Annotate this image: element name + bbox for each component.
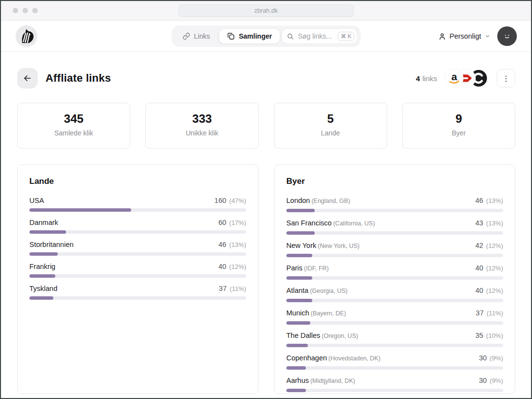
row-value: 46 <box>218 241 228 248</box>
progress-fill <box>286 389 306 392</box>
progress-fill <box>286 344 308 347</box>
breakdown-row: Frankrig 40 (12%) <box>29 262 246 278</box>
progress-track <box>29 296 246 300</box>
row-value: 160 <box>214 197 228 204</box>
row-percent: (11%) <box>230 285 246 292</box>
links-count: 4 <box>416 74 420 83</box>
row-label: Munich <box>286 309 309 317</box>
stat-card: 5 Lande <box>274 103 387 149</box>
row-percent: (12%) <box>486 242 503 249</box>
search-input[interactable]: Søg links... ⌘ K <box>281 28 358 44</box>
stat-card: 333 Unikke klik <box>145 103 258 149</box>
stat-value: 345 <box>18 112 130 126</box>
row-region: (California, US) <box>333 220 375 227</box>
window-controls <box>13 8 38 13</box>
progress-fill <box>286 366 306 370</box>
page-title: Affliate links <box>46 72 111 85</box>
progress-track <box>286 276 503 280</box>
row-value: 42 <box>475 242 485 249</box>
breakdown-row: Munich(Bayern, DE) 37 (11%) <box>286 308 503 325</box>
row-value: 43 <box>475 219 485 227</box>
stats-row: 345 Samlede klik 333 Unikke klik 5 Lande… <box>17 103 515 149</box>
more-options-button[interactable]: ⋮ <box>497 69 515 88</box>
main-nav: Links Samlinger Søg links... <box>171 25 360 47</box>
row-value: 30 <box>479 377 488 384</box>
tab-links[interactable]: Links <box>174 28 218 44</box>
progress-fill <box>286 209 315 212</box>
progress-track <box>29 252 246 256</box>
row-value: 40 <box>475 264 485 272</box>
progress-track <box>286 321 503 325</box>
row-value: 40 <box>218 263 228 270</box>
breakdown-panel: Byer London(England, GB) 46 (13%) San Fr… <box>274 164 515 394</box>
address-bar[interactable]: zbrah.dk <box>179 4 354 17</box>
progress-fill <box>286 321 310 325</box>
breakdown-panels: Lande USA 160 (47%) Danmark 60 (17%) <box>17 164 515 394</box>
stat-card: 345 Samlede klik <box>17 103 130 149</box>
person-icon <box>438 32 446 41</box>
breakdown-row: Copenhagen(Hovedstaden, DK) 30 (9%) <box>286 353 503 370</box>
progress-track <box>29 208 246 212</box>
tab-samlinger-label: Samlinger <box>239 32 272 40</box>
progress-track <box>286 344 503 347</box>
row-value: 46 <box>475 197 485 204</box>
row-label: Paris <box>286 264 302 272</box>
search-shortcut-badge: ⌘ K <box>338 32 354 41</box>
row-percent: (13%) <box>486 220 503 227</box>
stat-value: 9 <box>403 112 515 126</box>
main-content: Affliate links 4 links a <box>1 68 531 394</box>
window-minimize-button[interactable] <box>23 8 28 13</box>
progress-fill <box>29 208 131 212</box>
panel-rows: London(England, GB) 46 (13%) San Francis… <box>286 196 503 392</box>
stat-label: Lande <box>275 129 387 137</box>
stat-label: Samlede klik <box>18 129 130 137</box>
row-label: Frankrig <box>29 263 55 270</box>
chevron-down-icon <box>485 33 490 39</box>
row-region: (IDF, FR) <box>304 265 329 272</box>
user-avatar[interactable] <box>497 26 517 46</box>
breakdown-row: Atlanta(Georgia, US) 40 (12%) <box>286 286 503 302</box>
breakdown-row: The Dalles(Oregon, US) 35 (10%) <box>286 331 503 347</box>
panel-rows: USA 160 (47%) Danmark 60 (17%) Storbrita… <box>29 196 246 300</box>
row-value: 60 <box>218 219 228 226</box>
row-percent: (9%) <box>490 355 503 362</box>
row-label: Copenhagen <box>286 354 327 362</box>
row-percent: (13%) <box>229 241 246 248</box>
progress-fill <box>286 254 312 257</box>
breakdown-row: Paris(IDF, FR) 40 (12%) <box>286 263 503 280</box>
window-zoom-button[interactable] <box>32 8 38 13</box>
row-label: Aarhus <box>286 377 309 384</box>
tab-samlinger[interactable]: Samlinger <box>219 28 280 44</box>
breakdown-row: Danmark 60 (17%) <box>29 218 246 234</box>
row-region: (England, GB) <box>311 198 350 204</box>
row-value: 40 <box>475 287 485 294</box>
app-header: Links Samlinger Søg links... <box>1 21 531 52</box>
row-percent: (9%) <box>490 377 503 384</box>
row-label: Tyskland <box>29 285 57 292</box>
row-label: New York <box>286 242 316 249</box>
account-area: Personligt <box>438 26 517 46</box>
stat-value: 5 <box>275 112 387 126</box>
row-percent: (13%) <box>486 197 503 204</box>
breakdown-row: Storbritannien 46 (13%) <box>29 240 246 256</box>
row-percent: (12%) <box>229 263 246 270</box>
svg-text:a: a <box>451 71 457 82</box>
link-favicon-stack: a <box>445 69 488 88</box>
breakdown-row: Aarhus(Midtjylland, DK) 30 (9%) <box>286 376 503 392</box>
progress-fill <box>29 296 53 300</box>
row-percent: (12%) <box>486 265 503 272</box>
breakdown-row: London(England, GB) 46 (13%) <box>286 196 503 212</box>
back-button[interactable] <box>17 68 38 89</box>
window-close-button[interactable] <box>13 8 18 13</box>
row-label: San Francisco <box>286 219 332 227</box>
progress-fill <box>286 299 312 302</box>
progress-fill <box>29 252 58 256</box>
kebab-icon: ⋮ <box>502 74 510 83</box>
progress-track <box>286 254 503 257</box>
breakdown-row: Tyskland 37 (11%) <box>29 284 246 300</box>
row-percent: (12%) <box>486 287 503 294</box>
stat-value: 333 <box>146 112 258 126</box>
search-icon <box>287 33 294 40</box>
zebra-logo[interactable] <box>16 25 37 47</box>
workspace-switcher[interactable]: Personligt <box>438 32 490 41</box>
